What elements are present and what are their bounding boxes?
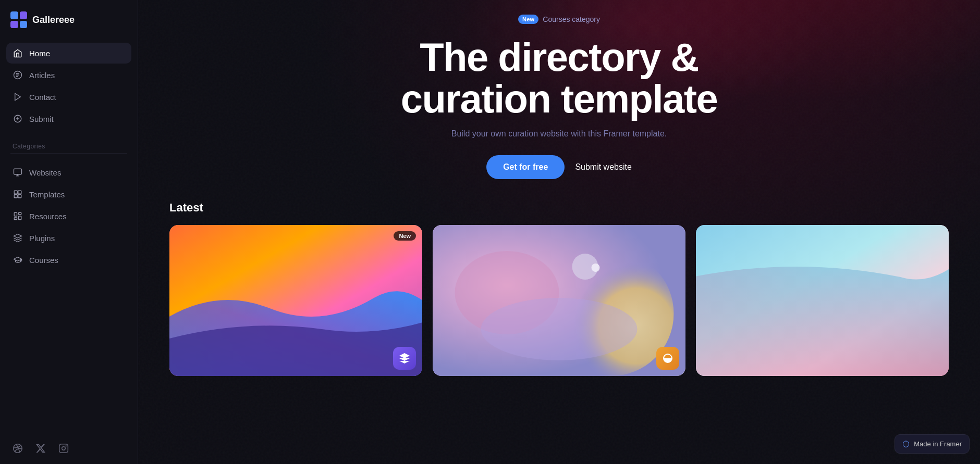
framer-badge-label: Made in Framer	[914, 440, 962, 448]
sidebar-divider	[10, 153, 127, 154]
hero-subtitle: Build your own curation website with thi…	[451, 129, 667, 139]
courses-icon	[13, 255, 23, 265]
badge-row: New Courses category	[518, 15, 600, 24]
sidebar-item-plugins-label: Plugins	[29, 234, 55, 243]
logo[interactable]: Gallereee	[0, 0, 138, 39]
latest-section: Latest	[169, 201, 949, 376]
svg-rect-14	[14, 218, 17, 220]
badge-category: Courses category	[543, 15, 600, 23]
svg-rect-13	[19, 216, 21, 220]
card-image-3	[696, 225, 949, 376]
svg-rect-9	[14, 195, 17, 198]
sidebar-item-websites-label: Websites	[29, 168, 61, 177]
sidebar-item-articles[interactable]: Articles	[6, 65, 131, 85]
svg-point-18	[66, 446, 66, 446]
card-3[interactable]	[696, 225, 949, 376]
hero-section: New Courses category The directory & cur…	[169, 0, 949, 179]
svg-rect-8	[18, 191, 21, 194]
templates-icon	[13, 189, 23, 199]
submit-icon	[13, 114, 23, 124]
svg-point-23	[481, 298, 638, 360]
plugins-icon	[13, 233, 23, 243]
card-2[interactable]	[433, 225, 685, 376]
svg-rect-10	[18, 195, 21, 198]
main-nav: Home Articles Contact Submit	[0, 39, 138, 133]
content-wrap: New Courses category The directory & cur…	[138, 0, 980, 464]
home-icon	[13, 48, 23, 58]
framer-badge[interactable]: ⬡ Made in Framer	[895, 434, 970, 454]
sidebar-item-contact-label: Contact	[29, 93, 56, 102]
card-1-app-icon	[393, 347, 416, 370]
sidebar-item-templates-label: Templates	[29, 190, 65, 199]
card-1-new-badge: New	[394, 231, 416, 241]
svg-point-17	[62, 447, 66, 450]
svg-rect-16	[59, 444, 68, 453]
sidebar-item-courses[interactable]: Courses	[6, 249, 131, 270]
logo-text: Gallereee	[32, 15, 75, 26]
websites-icon	[13, 167, 23, 178]
logo-icon	[10, 11, 27, 28]
sidebar-item-home-label: Home	[29, 49, 50, 58]
badge-new: New	[518, 15, 538, 24]
framer-icon: ⬡	[902, 439, 910, 449]
sidebar-item-contact[interactable]: Contact	[6, 86, 131, 107]
categories-label: Categories	[0, 133, 138, 153]
sidebar-item-plugins[interactable]: Plugins	[6, 228, 131, 248]
hero-title-line2: curation template	[401, 77, 718, 121]
svg-rect-4	[14, 169, 22, 174]
svg-rect-11	[14, 212, 17, 216]
instagram-icon[interactable]	[56, 441, 71, 456]
hero-actions: Get for free Submit website	[486, 155, 632, 179]
sidebar-item-submit[interactable]: Submit	[6, 108, 131, 129]
card-image-1	[169, 225, 422, 376]
submit-website-button[interactable]: Submit website	[575, 162, 632, 172]
hero-title-line1: The directory &	[420, 35, 699, 79]
get-for-free-button[interactable]: Get for free	[486, 155, 565, 179]
svg-rect-12	[19, 212, 21, 215]
articles-icon	[13, 70, 23, 80]
svg-rect-7	[14, 191, 17, 194]
main-content: New Courses category The directory & cur…	[138, 0, 980, 464]
sidebar-item-websites[interactable]: Websites	[6, 162, 131, 183]
contact-icon	[13, 92, 23, 102]
resources-icon	[13, 211, 23, 221]
sidebar-item-home[interactable]: Home	[6, 43, 131, 64]
categories-nav: Websites Templates Resources Plugins	[0, 158, 138, 274]
sidebar-item-articles-label: Articles	[29, 71, 55, 80]
svg-marker-0	[15, 93, 21, 101]
card-image-2	[433, 225, 685, 376]
cards-grid: New	[169, 225, 949, 376]
sidebar: Gallereee Home Articles Contact	[0, 0, 138, 464]
card-1[interactable]: New	[169, 225, 422, 376]
sidebar-item-resources-label: Resources	[29, 212, 67, 221]
card-2-app-icon	[656, 347, 679, 370]
sidebar-footer	[0, 433, 138, 464]
x-twitter-icon[interactable]	[33, 441, 48, 456]
sidebar-item-courses-label: Courses	[29, 256, 58, 265]
section-title-latest: Latest	[169, 201, 949, 215]
svg-point-25	[592, 264, 600, 272]
sidebar-item-templates[interactable]: Templates	[6, 184, 131, 205]
hero-title: The directory & curation template	[401, 36, 718, 120]
dribbble-icon[interactable]	[10, 441, 25, 456]
sidebar-item-resources[interactable]: Resources	[6, 206, 131, 227]
sidebar-item-submit-label: Submit	[29, 115, 54, 123]
